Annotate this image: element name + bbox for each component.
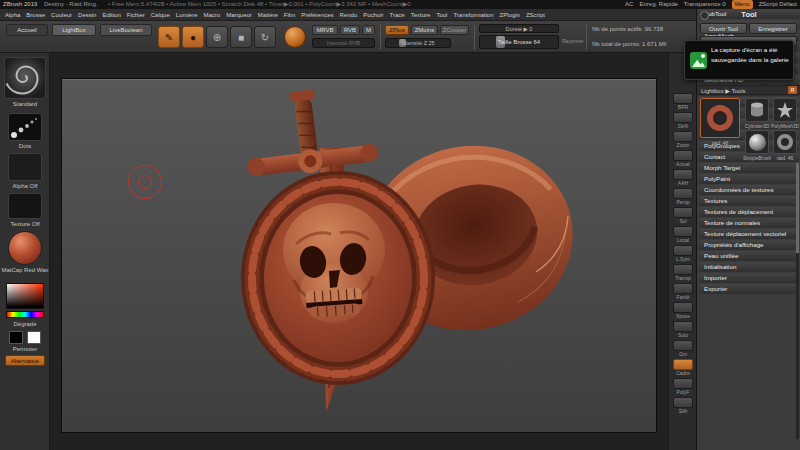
rgb-button[interactable]: RVB xyxy=(340,25,360,35)
titlebar-status-item[interactable]: Enreg. Rapide xyxy=(639,0,677,9)
main-color-swatch[interactable] xyxy=(9,331,23,344)
tool-subpalette-header[interactable]: Textures de déplacement xyxy=(699,207,799,217)
edit-mode-button[interactable]: ✎ xyxy=(158,26,180,48)
menu-item[interactable]: Dessin xyxy=(75,9,99,21)
tool-thumbnail-ring[interactable] xyxy=(773,130,797,154)
shelf-button[interactable]: AAH xyxy=(669,169,697,188)
tool-subpalette-header[interactable]: Texture de normales xyxy=(699,218,799,228)
menu-item[interactable]: Edition xyxy=(99,9,123,21)
shelf-button[interactable]: Cadre xyxy=(669,359,697,378)
scale-mode-button[interactable]: ■ xyxy=(230,26,252,48)
shelf-button[interactable]: Local xyxy=(669,226,697,245)
zsub-button[interactable]: ZMoins xyxy=(411,25,438,35)
m-button[interactable]: M xyxy=(362,25,375,35)
draw-size-slider[interactable]: Taille Brosse 64 xyxy=(479,35,559,49)
lightbox-button[interactable]: LightBox xyxy=(52,24,96,36)
color-picker[interactable] xyxy=(6,283,44,309)
zadd-button[interactable]: ZPlus xyxy=(385,25,409,35)
tool-subpalette-header[interactable]: Exporter xyxy=(699,284,799,294)
tool-subpalette-header[interactable]: Importer xyxy=(699,273,799,283)
tool-subpalette-header[interactable]: Morph Target xyxy=(699,163,799,173)
liveboolean-button[interactable]: LiveBoolean xyxy=(100,24,152,36)
menu-item[interactable]: Calque xyxy=(148,9,173,21)
menu-item[interactable]: Brosse xyxy=(23,9,48,21)
secondary-color-swatch[interactable] xyxy=(27,331,41,344)
menu-item[interactable]: Pochoir xyxy=(360,9,386,21)
lightbox-tools-header[interactable]: Lightbox ▶ Tools xyxy=(697,85,800,95)
texture-selector[interactable] xyxy=(8,193,42,219)
menu-item[interactable]: Rendu xyxy=(337,9,361,21)
material-selector[interactable] xyxy=(8,231,42,265)
shelf-button[interactable]: Fantô xyxy=(669,283,697,302)
menu-item[interactable]: Transformation xyxy=(450,9,496,21)
stroke-selector[interactable] xyxy=(8,113,42,141)
titlebar-status-item[interactable]: Transparence 0 xyxy=(684,0,726,9)
menu-item[interactable]: ZScript xyxy=(523,9,548,21)
menu-item[interactable]: Alpha xyxy=(2,9,23,21)
tool-thumbnail-polymesh[interactable] xyxy=(773,98,797,122)
alternative-button[interactable]: Alternative xyxy=(5,355,45,366)
panel-scrollbar-thumb[interactable] xyxy=(796,163,799,253)
draw-mode-button[interactable]: ● xyxy=(182,26,204,48)
menu-item[interactable]: Matière xyxy=(255,9,281,21)
mrgb-button[interactable]: MRVB xyxy=(312,25,338,35)
tool-subpalette-header[interactable]: Coordonnées de textures xyxy=(699,185,799,195)
titlebar-status-item[interactable]: Menu xyxy=(732,0,753,9)
menu-item[interactable]: Tool xyxy=(433,9,450,21)
menu-item[interactable]: Film xyxy=(281,9,298,21)
shelf-button[interactable]: Silh xyxy=(669,397,697,416)
shelf-button[interactable]: Défil xyxy=(669,112,697,131)
menu-item[interactable]: Marqueur xyxy=(223,9,255,21)
shelf-button[interactable]: Zoom xyxy=(669,131,697,150)
shelf-button[interactable]: Xpose xyxy=(669,302,697,321)
move-mode-button[interactable]: ⊕ xyxy=(206,26,228,48)
swap-colors-label[interactable]: Permuter xyxy=(0,346,50,353)
rotate-mode-button[interactable]: ↻ xyxy=(254,26,276,48)
titlebar-status-item[interactable]: ZScript Défaut xyxy=(759,0,797,9)
tool-subpalette-header[interactable]: Peau unifiée xyxy=(699,251,799,261)
shelf-button[interactable]: L.Sym xyxy=(669,245,697,264)
shelf-button-icon xyxy=(673,131,693,142)
tool-thumbnail-cylinder[interactable] xyxy=(745,98,769,122)
tool-subpalette-header[interactable]: Initialisation xyxy=(699,262,799,272)
shelf-button[interactable]: Actual xyxy=(669,150,697,169)
tool-subpalette-header[interactable]: Textures xyxy=(699,196,799,206)
hardness-slider[interactable]: Dureté ▶ 0 xyxy=(479,24,559,33)
z-intensity-slider[interactable]: Intensité Z 25 xyxy=(385,38,451,48)
notification-text: La capture d'écran a été sauvegardée dan… xyxy=(711,45,792,65)
brush-selector[interactable] xyxy=(4,57,46,99)
menu-item[interactable]: Tracé xyxy=(387,9,408,21)
menu-item[interactable]: Préférences xyxy=(298,9,336,21)
shelf-button[interactable]: PolyF xyxy=(669,378,697,397)
zcut-button[interactable]: ZCouper xyxy=(440,25,469,35)
shelf-button[interactable]: Solo xyxy=(669,321,697,340)
sculptris-sphere-button[interactable] xyxy=(284,26,306,48)
tool-subpalette-header[interactable]: Propriétés d'affichage xyxy=(699,240,799,250)
menu-item[interactable]: Couleur xyxy=(48,9,75,21)
tool-thumb-label: PolyMesh3D xyxy=(771,123,799,129)
menu-item[interactable]: Texture xyxy=(408,9,434,21)
screenshot-notification[interactable]: La capture d'écran a été sauvegardée dan… xyxy=(684,40,794,80)
menu-item[interactable]: Lumière xyxy=(173,9,201,21)
menu-item[interactable]: Fichier xyxy=(124,9,148,21)
shelf-button[interactable]: Grv xyxy=(669,340,697,359)
menu-item[interactable]: Macro xyxy=(200,9,223,21)
hue-strip[interactable] xyxy=(6,311,44,318)
save-tool-button[interactable]: Enregistrer xyxy=(749,23,797,34)
titlebar-status-item[interactable]: AC xyxy=(625,0,633,9)
home-tab[interactable]: Accueil xyxy=(6,24,48,36)
tool-thumbnail-simplebrush[interactable] xyxy=(745,130,769,154)
rgb-intensity-slider[interactable]: Intensité RVB xyxy=(312,38,375,48)
shelf-button-icon xyxy=(673,93,693,104)
tool-subpalette-header[interactable]: PolyPaint xyxy=(699,174,799,184)
current-tool-thumbnail[interactable] xyxy=(700,98,740,138)
alpha-selector[interactable] xyxy=(8,153,42,181)
open-tool-button[interactable]: Ouvrir Tool xyxy=(700,23,747,34)
shelf-button[interactable]: Persp xyxy=(669,188,697,207)
tool-subpalette-header[interactable]: Texture déplacement vectoriel xyxy=(699,229,799,239)
shelf-button[interactable]: Sol xyxy=(669,207,697,226)
menu-item[interactable]: ZPlugin xyxy=(497,9,523,21)
gradient-label[interactable]: Dégradé xyxy=(0,321,50,328)
shelf-button[interactable]: Transp xyxy=(669,264,697,283)
shelf-button[interactable]: BPR xyxy=(669,93,697,112)
